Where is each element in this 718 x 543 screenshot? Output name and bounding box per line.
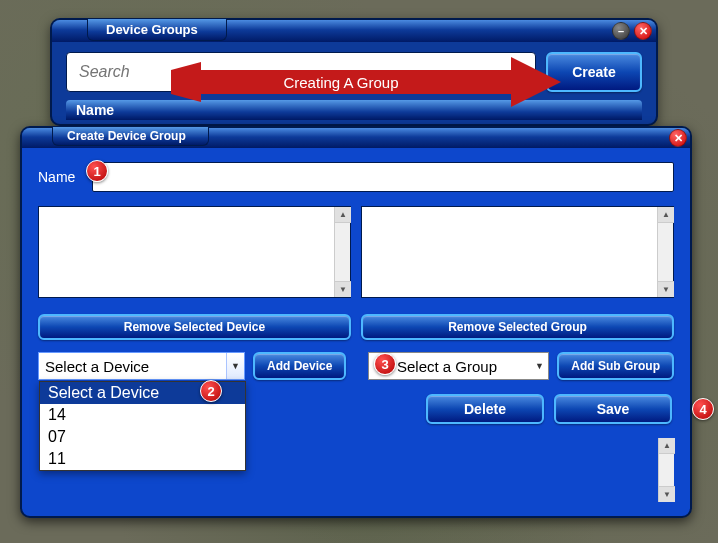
scrollbar[interactable]: ▲ ▼ <box>658 438 674 502</box>
remove-selected-device-button[interactable]: Remove Selected Device <box>38 314 351 340</box>
create-device-group-window: Create Device Group ✕ Name ▲ ▼ ▲ ▼ <box>20 126 692 518</box>
create-button[interactable]: Create <box>546 52 642 92</box>
scroll-up-icon[interactable]: ▲ <box>335 207 351 223</box>
scroll-down-icon[interactable]: ▼ <box>335 281 351 297</box>
add-sub-group-button[interactable]: Add Sub Group <box>557 352 674 380</box>
save-button[interactable]: Save <box>554 394 672 424</box>
titlebar[interactable]: Create Device Group ✕ <box>22 128 690 148</box>
dropdown-option[interactable]: 07 <box>40 426 245 448</box>
delete-button[interactable]: Delete <box>426 394 544 424</box>
scroll-up-icon[interactable]: ▲ <box>659 438 675 454</box>
window-controls: – ✕ <box>612 22 652 40</box>
callout-badge-1: 1 <box>86 160 108 182</box>
group-select-value: Select a Group <box>397 358 497 375</box>
titlebar[interactable]: Device Groups – ✕ <box>52 20 656 42</box>
callout-badge-4: 4 <box>692 398 714 420</box>
search-input[interactable] <box>66 52 536 92</box>
dropdown-option[interactable]: 11 <box>40 448 245 470</box>
dropdown-option[interactable]: 14 <box>40 404 245 426</box>
scrollbar[interactable]: ▲ ▼ <box>334 207 350 297</box>
selected-devices-list[interactable]: ▲ ▼ <box>38 206 351 298</box>
name-input[interactable] <box>92 162 674 192</box>
add-device-button[interactable]: Add Device <box>253 352 346 380</box>
scroll-down-icon[interactable]: ▼ <box>659 486 675 502</box>
name-column-header: Name <box>66 100 642 120</box>
callout-badge-2: 2 <box>200 380 222 402</box>
close-button[interactable]: ✕ <box>669 129 687 147</box>
scrollbar[interactable]: ▲ ▼ <box>657 207 673 297</box>
window-controls: ✕ <box>669 129 687 147</box>
scroll-up-icon[interactable]: ▲ <box>658 207 674 223</box>
name-label: Name <box>38 169 82 185</box>
device-select-value: Select a Device <box>45 358 149 375</box>
window-title: Create Device Group <box>52 127 209 146</box>
device-select[interactable]: Select a Device ▼ Select a Device 14 07 … <box>38 352 245 380</box>
chevron-down-icon: ▼ <box>530 353 548 379</box>
remove-selected-group-button[interactable]: Remove Selected Group <box>361 314 674 340</box>
device-groups-window: Device Groups – ✕ Create Creating A Grou… <box>50 18 658 126</box>
callout-badge-3: 3 <box>374 353 396 375</box>
selected-groups-list[interactable]: ▲ ▼ <box>361 206 674 298</box>
window-title: Device Groups <box>87 19 227 41</box>
close-button[interactable]: ✕ <box>634 22 652 40</box>
chevron-down-icon: ▼ <box>226 353 244 379</box>
minimize-button[interactable]: – <box>612 22 630 40</box>
scroll-down-icon[interactable]: ▼ <box>658 281 674 297</box>
